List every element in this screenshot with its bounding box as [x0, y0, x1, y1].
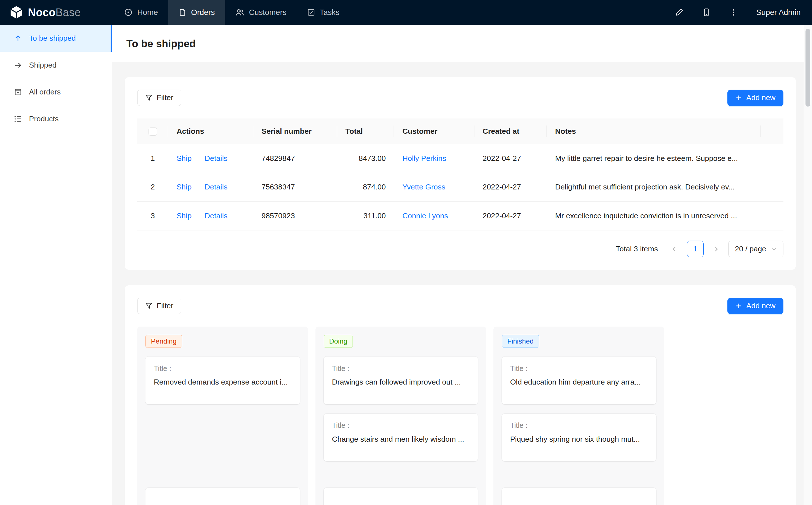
main-nav: Home Orders Customers Tasks	[114, 0, 350, 25]
ui-editor-pen-icon[interactable]	[675, 8, 684, 17]
filter-button-label: Filter	[157, 93, 173, 102]
total-cell: 8473.00	[337, 144, 394, 173]
kanban-column-pending: Pending Title : Removed demands expense …	[137, 327, 308, 505]
column-header-notes: Notes	[547, 119, 761, 144]
more-menu-icon[interactable]	[729, 8, 737, 16]
sidebar-item-all-orders[interactable]: All orders	[0, 78, 112, 106]
card-field-label: Title :	[332, 421, 470, 430]
column-header-created-at: Created at	[475, 119, 547, 144]
body-row: To be shipped Shipped All orders Product…	[0, 25, 812, 505]
nav-item-orders[interactable]: Orders	[168, 0, 225, 25]
kanban-card[interactable]: Title : Piqued shy spring nor six though…	[502, 414, 656, 461]
nav-item-label: Tasks	[320, 8, 340, 17]
page-size-select[interactable]: 20 / page	[728, 240, 783, 257]
divider	[198, 213, 198, 220]
customer-cell: Connie Lyons	[394, 202, 475, 230]
chevron-down-icon	[771, 246, 777, 252]
empty-cell	[761, 202, 784, 230]
details-link[interactable]: Details	[205, 183, 228, 191]
page-title: To be shipped	[126, 38, 798, 50]
serial-cell: 98570923	[253, 202, 337, 230]
select-all-checkbox[interactable]	[149, 128, 157, 136]
app-window: NocoBase Home Orders Customers	[0, 0, 812, 505]
customers-icon	[235, 8, 244, 16]
serial-cell: 74829847	[253, 144, 337, 173]
filter-icon	[145, 302, 152, 310]
user-menu[interactable]: Super Admin	[756, 8, 801, 17]
kanban-card-partial[interactable]	[502, 488, 656, 505]
brand-name-light: Base	[55, 6, 81, 18]
table-row: 2 ShipDetails 75638347 874.00 Yvette Gro…	[137, 173, 783, 202]
add-new-button-label: Add new	[747, 93, 776, 102]
page-1-button[interactable]: 1	[687, 240, 704, 257]
sidebar-item-label: All orders	[29, 88, 60, 97]
status-badge-doing: Doing	[324, 335, 353, 348]
page-content: Filter Add new	[112, 62, 812, 505]
orders-block: Filter Add new	[125, 77, 796, 270]
add-new-button[interactable]: Add new	[727, 298, 784, 314]
filter-button[interactable]: Filter	[137, 90, 181, 106]
scrollbar[interactable]	[804, 25, 812, 505]
serial-cell: 75638347	[253, 173, 337, 202]
actions-cell: ShipDetails	[168, 173, 253, 202]
kanban-card-partial[interactable]	[145, 488, 300, 505]
kanban-card-partial[interactable]	[324, 488, 478, 505]
card-field-value: Removed demands expense account i...	[154, 378, 292, 386]
home-icon	[124, 8, 132, 16]
nav-item-customers[interactable]: Customers	[225, 0, 297, 25]
kanban-card[interactable]: Title : Old education him departure any …	[502, 357, 656, 404]
card-field-value: Change stairs and men likely wisdom ...	[332, 435, 470, 444]
notes-cell: Mr excellence inquietude conviction is i…	[547, 202, 761, 230]
add-new-button[interactable]: Add new	[727, 90, 784, 106]
mobile-icon[interactable]	[702, 8, 710, 16]
ship-link[interactable]: Ship	[176, 154, 191, 163]
list-icon	[14, 115, 22, 123]
table-header-row: Actions Serial number Total Customer Cre…	[137, 119, 783, 144]
column-header-total: Total	[337, 119, 394, 144]
kanban-card[interactable]: Title : Drawings can followed improved o…	[324, 357, 478, 404]
details-link[interactable]: Details	[205, 211, 228, 220]
column-header-customer: Customer	[394, 119, 475, 144]
sidebar-item-products[interactable]: Products	[0, 106, 112, 132]
page-header: To be shipped	[112, 25, 812, 62]
ship-link[interactable]: Ship	[176, 211, 191, 220]
kanban-card[interactable]: Title : Removed demands expense account …	[145, 357, 300, 404]
plus-icon	[735, 95, 742, 101]
actions-cell: ShipDetails	[168, 202, 253, 230]
column-header-serial-number: Serial number	[253, 119, 337, 144]
ship-link[interactable]: Ship	[176, 183, 191, 191]
customer-link[interactable]: Holly Perkins	[402, 154, 446, 163]
tasks-kanban-block: Filter Add new Pending	[125, 285, 796, 505]
main-area: To be shipped Filter	[112, 25, 812, 505]
customer-link[interactable]: Connie Lyons	[402, 211, 448, 220]
customer-link[interactable]: Yvette Gross	[402, 183, 445, 191]
notes-cell: Delightful met sufficient projection ask…	[547, 173, 761, 202]
actions-cell: ShipDetails	[168, 144, 253, 173]
row-index: 3	[137, 202, 168, 230]
sidebar-item-to-be-shipped[interactable]: To be shipped	[0, 25, 112, 52]
sidebar: To be shipped Shipped All orders Product…	[0, 25, 112, 505]
nocobase-logo-icon	[9, 5, 23, 19]
top-navbar: NocoBase Home Orders Customers	[0, 0, 812, 25]
total-cell: 311.00	[337, 202, 394, 230]
sidebar-item-shipped[interactable]: Shipped	[0, 52, 112, 78]
kanban-column-doing: Doing Title : Drawings can followed impr…	[315, 327, 486, 505]
prev-page-button[interactable]	[666, 240, 683, 257]
nav-item-home[interactable]: Home	[114, 0, 168, 25]
add-new-button-label: Add new	[747, 301, 776, 310]
details-link[interactable]: Details	[205, 154, 228, 163]
scrollbar-thumb[interactable]	[806, 29, 810, 107]
empty-cell	[761, 173, 784, 202]
brand[interactable]: NocoBase	[0, 0, 103, 25]
divider	[198, 155, 198, 163]
nav-item-tasks[interactable]: Tasks	[297, 0, 350, 25]
next-page-button[interactable]	[708, 240, 724, 257]
filter-button[interactable]: Filter	[137, 298, 181, 314]
nav-item-label: Customers	[249, 8, 287, 17]
empty-cell	[761, 144, 784, 173]
table-row: 3 ShipDetails 98570923 311.00 Connie Lyo…	[137, 202, 783, 230]
total-cell: 874.00	[337, 173, 394, 202]
kanban-card[interactable]: Title : Change stairs and men likely wis…	[324, 414, 478, 461]
column-header-select	[137, 119, 168, 144]
card-field-label: Title :	[510, 421, 648, 430]
